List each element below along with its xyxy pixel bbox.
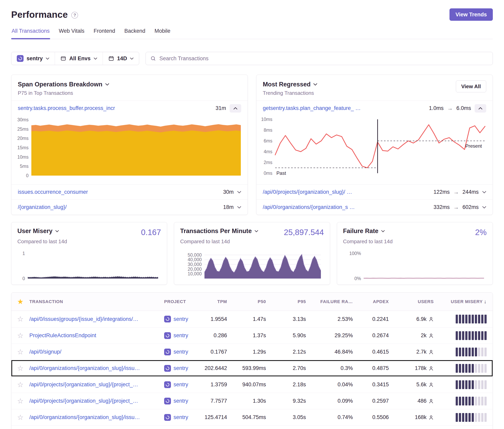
- failure-rate-cell: 0.3%: [312, 365, 359, 371]
- user-misery-bars: [440, 380, 493, 389]
- tpm-chart[interactable]: 50,00040,00030,00020,00010,000: [180, 251, 324, 281]
- user-misery-chart[interactable]: 10: [17, 251, 161, 281]
- regressed-transaction-link[interactable]: /api/0/projects/{organization_slug}/ …: [263, 189, 352, 195]
- svg-text:50,000: 50,000: [188, 252, 202, 258]
- p95-cell: 3.13s: [272, 316, 312, 322]
- col-users[interactable]: USERS: [395, 299, 440, 304]
- span-op-item: /{organization_slug}/ 18m: [11, 200, 248, 215]
- span-op-link[interactable]: sentry.tasks.process_buffer.process_incr: [18, 105, 115, 111]
- svg-text:30ms: 30ms: [17, 117, 28, 122]
- chevron-up-icon: [234, 107, 237, 110]
- failure-rate-value: 2%: [475, 228, 487, 237]
- tpm-title-dropdown[interactable]: Transactions Per Minute: [180, 228, 258, 235]
- span-op-link[interactable]: issues.occurrence_consumer: [18, 189, 88, 195]
- tab-mobile[interactable]: Mobile: [154, 27, 171, 39]
- apdex-cell: 0.3415: [359, 382, 395, 388]
- project-link[interactable]: sentry: [173, 316, 188, 322]
- p95-cell: 2.18s: [272, 382, 312, 388]
- star-toggle-icon[interactable]: ☆: [17, 315, 24, 323]
- collapse-button[interactable]: [475, 104, 486, 113]
- chevron-up-icon: [478, 107, 482, 110]
- sentry-project-icon: [164, 414, 171, 421]
- col-user-misery[interactable]: USER MISERY ↓: [440, 298, 493, 305]
- col-apdex[interactable]: APDEX: [359, 299, 395, 304]
- user-misery-title: User Misery: [17, 228, 53, 235]
- regressed-transaction-link[interactable]: /api/0/organizations/{organization_s …: [263, 204, 355, 210]
- span-op-value: 30m: [223, 189, 234, 195]
- col-p95[interactable]: P95: [272, 299, 312, 304]
- failure-rate-card: Failure Rate 2% Compared to last 14d 100…: [337, 222, 493, 285]
- environment-selector[interactable]: All Envs: [55, 52, 103, 65]
- failure-rate-chart[interactable]: 100%0%: [343, 251, 487, 281]
- span-operations-chart[interactable]: 30ms25ms20ms15ms10ms5ms0: [12, 116, 243, 182]
- regression-from: 332ms: [433, 204, 450, 210]
- tpm-card: Transactions Per Minute 25,897.544 Compa…: [174, 222, 330, 285]
- transaction-link[interactable]: ProjectRuleActionsEndpoint: [29, 333, 159, 339]
- project-selector[interactable]: sentry: [11, 52, 55, 65]
- svg-text:15ms: 15ms: [17, 145, 28, 150]
- date-range-label: 14D: [117, 55, 127, 62]
- p50-cell: 504.75ms: [233, 414, 272, 420]
- p50-cell: 940.07ms: [233, 382, 272, 388]
- star-toggle-icon[interactable]: ☆: [17, 414, 24, 421]
- collapse-button[interactable]: [230, 104, 241, 113]
- svg-text:10ms: 10ms: [261, 117, 272, 122]
- tpm-cell: 0.1767: [203, 349, 233, 355]
- project-link[interactable]: sentry: [173, 349, 188, 355]
- transaction-link[interactable]: /api/0/projects/{organization_slug}/{pro…: [29, 382, 159, 388]
- star-toggle-icon[interactable]: ☆: [17, 365, 24, 372]
- view-all-button[interactable]: View All: [456, 80, 486, 92]
- star-toggle-icon[interactable]: ☆: [17, 381, 24, 388]
- transaction-link[interactable]: /api/0/signup/: [29, 349, 159, 355]
- view-trends-button[interactable]: View Trends: [450, 8, 493, 21]
- chevron-down-icon[interactable]: [482, 206, 486, 209]
- star-toggle-icon[interactable]: ☆: [17, 397, 24, 405]
- users-count: 5.6k: [416, 382, 426, 388]
- tab-web-vitals[interactable]: Web Vitals: [59, 27, 85, 39]
- transaction-link[interactable]: /api/0/organizations/{organization_slug}…: [29, 365, 159, 371]
- arrow-right-icon: →: [453, 189, 459, 195]
- chevron-down-icon[interactable]: [237, 191, 241, 193]
- failure-rate-cell: 0.04%: [312, 382, 359, 388]
- tab-bar: All Transactions Web Vitals Frontend Bac…: [11, 27, 493, 39]
- p50-cell: 1.30s: [233, 398, 272, 404]
- col-project[interactable]: PROJECT: [164, 299, 203, 304]
- col-failure-rate[interactable]: FAILURE RA…: [312, 299, 359, 304]
- star-toggle-icon[interactable]: ☆: [17, 348, 24, 356]
- transaction-link[interactable]: /api/0/issues|groups/{issue_id}/integrat…: [29, 316, 159, 322]
- chevron-down-icon[interactable]: [482, 191, 486, 193]
- search-transactions-input[interactable]: [159, 55, 488, 62]
- star-sort-header-icon[interactable]: ★: [17, 298, 24, 305]
- svg-text:0%: 0%: [354, 276, 361, 281]
- chevron-down-icon[interactable]: [237, 206, 241, 209]
- tab-frontend[interactable]: Frontend: [93, 27, 116, 39]
- transaction-link[interactable]: /api/0/organizations/{organization_slug}…: [29, 414, 159, 420]
- span-op-link[interactable]: /{organization_slug}/: [18, 204, 67, 210]
- project-link[interactable]: sentry: [173, 414, 188, 420]
- span-operations-title-dropdown[interactable]: Span Operations Breakdown: [18, 81, 109, 88]
- project-link[interactable]: sentry: [173, 333, 188, 339]
- project-link[interactable]: sentry: [173, 365, 188, 371]
- date-range-selector[interactable]: 14D: [103, 52, 139, 65]
- col-transaction[interactable]: TRANSACTION: [29, 299, 164, 304]
- svg-text:2ms: 2ms: [264, 160, 272, 165]
- tab-backend[interactable]: Backend: [124, 27, 146, 39]
- most-regressed-chart[interactable]: 10ms8ms6ms4ms2ms0msPastPresent: [257, 116, 488, 182]
- regression-from: 122ms: [433, 189, 450, 195]
- help-icon[interactable]: ?: [71, 12, 78, 18]
- project-link[interactable]: sentry: [173, 382, 188, 388]
- star-toggle-icon[interactable]: ☆: [17, 332, 24, 339]
- col-tpm[interactable]: TPM: [203, 299, 233, 304]
- most-regressed-title-dropdown[interactable]: Most Regressed: [263, 81, 317, 88]
- project-link[interactable]: sentry: [173, 398, 188, 404]
- sentry-project-icon: [164, 332, 171, 339]
- most-regressed-title: Most Regressed: [263, 81, 311, 88]
- regressed-transaction-link[interactable]: getsentry.tasks.plan_change_feature_ …: [263, 105, 361, 111]
- failure-rate-title-dropdown[interactable]: Failure Rate: [343, 228, 385, 235]
- user-misery-title-dropdown[interactable]: User Misery: [17, 228, 59, 235]
- chevron-down-icon: [55, 230, 59, 232]
- col-p50[interactable]: P50: [233, 299, 272, 304]
- p95-cell: 5.90s: [272, 333, 312, 339]
- tab-all-transactions[interactable]: All Transactions: [11, 27, 50, 39]
- transaction-link[interactable]: /api/0/projects/{organization_slug}/{pro…: [29, 398, 159, 404]
